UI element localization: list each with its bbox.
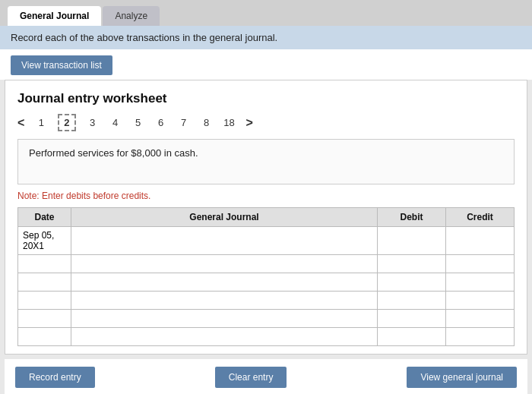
instruction-text: Record each of the above transactions in… xyxy=(11,32,277,43)
page-8[interactable]: 8 xyxy=(201,117,213,128)
instruction-bar: Record each of the above transactions in… xyxy=(0,26,532,49)
tab-general-journal[interactable]: General Journal xyxy=(8,6,101,26)
debit-input-1[interactable] xyxy=(378,232,445,249)
page-18[interactable]: 18 xyxy=(223,117,236,128)
record-entry-button[interactable]: Record entry xyxy=(15,367,95,388)
page-7[interactable]: 7 xyxy=(178,117,190,128)
page-4[interactable]: 4 xyxy=(109,117,122,128)
prev-page-arrow[interactable]: < xyxy=(17,116,24,130)
debit-input-2[interactable] xyxy=(378,256,445,273)
credit-cell-3[interactable] xyxy=(446,273,515,292)
date-cell-1: Sep 05,20X1 xyxy=(18,227,71,255)
table-row xyxy=(18,292,515,310)
gj-cell-2[interactable] xyxy=(71,255,378,273)
debit-cell-3[interactable] xyxy=(378,273,446,292)
gj-input-5[interactable] xyxy=(71,310,377,327)
transaction-description: Performed services for $8,000 in cash. xyxy=(17,139,515,184)
page-3[interactable]: 3 xyxy=(87,117,99,128)
credit-cell-5[interactable] xyxy=(446,310,515,328)
debit-input-6[interactable] xyxy=(378,329,445,345)
credit-input-5[interactable] xyxy=(446,310,514,327)
view-transaction-button[interactable]: View transaction list xyxy=(11,55,112,75)
date-cell-3 xyxy=(18,273,71,292)
credit-input-4[interactable] xyxy=(446,292,514,309)
debit-input-3[interactable] xyxy=(378,274,445,291)
gj-input-6[interactable] xyxy=(71,329,377,345)
tab-bar: General Journal Analyze xyxy=(0,0,532,26)
table-row: Sep 05,20X1 xyxy=(18,227,515,255)
credit-cell-4[interactable] xyxy=(446,292,515,310)
date-cell-6 xyxy=(18,328,71,346)
gj-cell-1[interactable] xyxy=(71,227,378,255)
gj-cell-6[interactable] xyxy=(71,328,378,346)
transaction-btn-wrap: View transaction list xyxy=(0,49,532,80)
table-row xyxy=(18,273,515,292)
note-text: Note: Enter debits before credits. xyxy=(17,191,515,201)
page-5[interactable]: 5 xyxy=(132,117,144,128)
credit-input-2[interactable] xyxy=(446,256,514,273)
debit-cell-4[interactable] xyxy=(378,292,446,310)
table-row xyxy=(18,255,515,273)
gj-input-4[interactable] xyxy=(71,292,377,309)
clear-entry-button[interactable]: Clear entry xyxy=(215,367,287,388)
table-row xyxy=(18,310,515,328)
table-row xyxy=(18,328,515,346)
credit-cell-6[interactable] xyxy=(446,328,515,346)
transaction-desc-text: Performed services for $8,000 in cash. xyxy=(29,147,198,159)
col-header-credit: Credit xyxy=(446,208,515,227)
col-header-date: Date xyxy=(18,208,71,227)
tab-general-journal-label: General Journal xyxy=(20,11,89,21)
gj-input-1[interactable] xyxy=(71,232,377,249)
debit-cell-2[interactable] xyxy=(378,255,446,273)
col-header-debit: Debit xyxy=(378,208,446,227)
pagination: < 1 2 3 4 5 6 7 8 18 > xyxy=(17,114,515,131)
debit-cell-6[interactable] xyxy=(378,328,446,346)
gj-input-2[interactable] xyxy=(71,256,377,273)
next-page-arrow[interactable]: > xyxy=(246,116,253,130)
page-6[interactable]: 6 xyxy=(155,117,167,128)
tab-analyze-label: Analyze xyxy=(115,11,147,21)
credit-input-1[interactable] xyxy=(446,232,514,249)
journal-table: Date General Journal Debit Credit Sep 05… xyxy=(17,207,515,346)
debit-cell-1[interactable] xyxy=(378,227,446,255)
date-cell-5 xyxy=(18,310,71,328)
page-2-active[interactable]: 2 xyxy=(58,114,75,131)
date-cell-2 xyxy=(18,255,71,273)
worksheet-title: Journal entry worksheet xyxy=(17,91,515,106)
col-header-general-journal: General Journal xyxy=(71,208,378,227)
credit-cell-2[interactable] xyxy=(446,255,515,273)
gj-input-3[interactable] xyxy=(71,274,377,291)
credit-input-3[interactable] xyxy=(446,274,514,291)
date-cell-4 xyxy=(18,292,71,310)
gj-cell-4[interactable] xyxy=(71,292,378,310)
gj-cell-5[interactable] xyxy=(71,310,378,328)
credit-input-6[interactable] xyxy=(446,329,514,345)
debit-input-5[interactable] xyxy=(378,310,445,327)
debit-cell-5[interactable] xyxy=(378,310,446,328)
tab-analyze[interactable]: Analyze xyxy=(103,6,160,26)
page-1[interactable]: 1 xyxy=(35,117,47,128)
credit-cell-1[interactable] xyxy=(446,227,515,255)
bottom-bar: Record entry Clear entry View general jo… xyxy=(5,359,527,394)
debit-input-4[interactable] xyxy=(378,292,445,309)
view-general-journal-button[interactable]: View general journal xyxy=(407,367,517,388)
worksheet-area: Journal entry worksheet < 1 2 3 4 5 6 7 … xyxy=(5,80,527,355)
gj-cell-3[interactable] xyxy=(71,273,378,292)
